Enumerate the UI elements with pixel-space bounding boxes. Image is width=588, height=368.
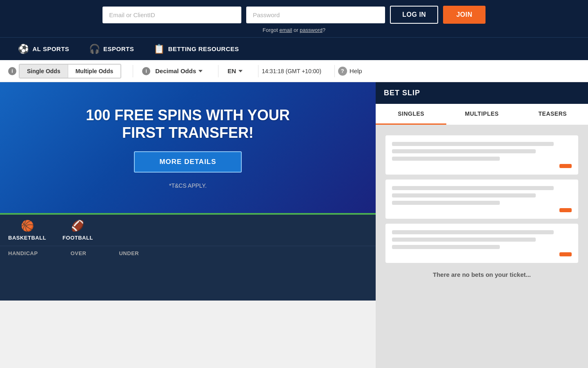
promo-banner: 100 FREE SPINS WITH YOUR FIRST TRANSFER!… [0, 82, 376, 213]
toolbar-time: 14:31:18 (GMT +10:00) [262, 68, 321, 74]
header-top: LOG IN JOIN [8, 6, 580, 24]
nav-bar: ⚽ AL SPORTS 🎧 ESPORTS 📋 BETTING RESOURCE… [0, 37, 588, 60]
placeholder-orange-accent [559, 164, 572, 168]
placeholder-orange-accent [559, 252, 572, 256]
placeholder-line [392, 201, 500, 205]
promo-title: 100 FREE SPINS WITH YOUR FIRST TRANSFER! [86, 106, 290, 141]
nav-label-al-sports: AL SPORTS [33, 45, 69, 52]
toolbar-separator-2 [218, 65, 218, 77]
login-button[interactable]: LOG IN [390, 6, 438, 24]
main-area: 100 FREE SPINS WITH YOUR FIRST TRANSFER!… [0, 82, 588, 368]
sport-item-basketball[interactable]: 🏀 BASKETBALL [8, 220, 46, 241]
nav-item-al-sports[interactable]: ⚽ AL SPORTS [8, 38, 79, 60]
decimal-info-icon: i [142, 67, 150, 75]
help-button[interactable]: ? Help [338, 67, 362, 76]
placeholder-line [392, 157, 500, 161]
over-label: OVER [71, 250, 87, 256]
decimal-odds-label: Decimal Odds [155, 67, 196, 74]
toolbar-separator-1 [133, 65, 133, 77]
under-label: UNDER [119, 250, 139, 256]
forgot-or: or [294, 27, 298, 33]
placeholder-line [392, 193, 536, 197]
decimal-odds-button[interactable]: i Decimal Odds [136, 64, 208, 79]
basketball-label: BASKETBALL [8, 235, 46, 241]
forgot-password-link[interactable]: password [300, 27, 323, 33]
odds-info-icon[interactable]: i [8, 67, 16, 75]
promo-tcs: *T&CS APPLY. [169, 182, 207, 189]
chevron-down-icon [198, 70, 203, 72]
basketball-icon: 🏀 [21, 220, 34, 232]
placeholder-line [392, 238, 536, 242]
tab-singles[interactable]: SINGLES [376, 104, 446, 125]
sport-item-football[interactable]: 🏈 FOOTBALL [62, 220, 93, 241]
tab-teasers[interactable]: TEASERS [517, 104, 588, 125]
placeholder-line [392, 245, 500, 249]
lang-chevron-icon [238, 70, 243, 72]
single-odds-button[interactable]: Single Odds [20, 65, 68, 78]
placeholder-line [392, 230, 554, 234]
promo-title-line1: 100 FREE SPINS WITH YOUR [86, 106, 290, 124]
email-input[interactable] [102, 7, 241, 23]
forgot-email-link[interactable]: email [279, 27, 292, 33]
football-icon: 🏈 [71, 220, 84, 232]
esports-icon: 🎧 [89, 44, 100, 54]
bet-slip-title: BET SLIP [384, 89, 420, 97]
language-label: EN [227, 67, 236, 74]
nav-label-esports: ESPORTS [103, 45, 134, 52]
multiple-odds-button[interactable]: Multiple Odds [68, 65, 121, 78]
football-label: FOOTBALL [62, 235, 93, 241]
left-panel: 100 FREE SPINS WITH YOUR FIRST TRANSFER!… [0, 82, 376, 368]
toolbar-separator-4 [334, 65, 335, 77]
nav-label-betting-resources: BETTING RESOURCES [168, 45, 239, 52]
placeholder-line [392, 149, 536, 153]
toolbar-separator-3 [258, 65, 258, 77]
handicap-label: HANDICAP [8, 250, 38, 256]
tab-multiples[interactable]: MULTIPLES [446, 104, 517, 125]
right-panel: BET SLIP SINGLES MULTIPLES TEASERS [376, 82, 588, 368]
toolbar: i Single Odds Multiple Odds i Decimal Od… [0, 60, 588, 82]
sports-tabs-area: 🏀 BASKETBALL 🏈 FOOTBALL HANDICAP OVER UN… [0, 213, 376, 301]
promo-more-details-button[interactable]: MORE DETAILS [134, 151, 241, 173]
language-button[interactable]: EN [222, 64, 248, 78]
odds-toggle: Single Odds Multiple Odds [19, 64, 121, 79]
placeholder-line [392, 142, 554, 146]
forgot-question: ? [323, 27, 325, 33]
help-label: Help [350, 67, 362, 74]
bet-card-placeholder-3 [385, 224, 578, 263]
bet-slip-empty-text: There are no bets on your ticket... [433, 268, 531, 278]
promo-title-line2: FIRST TRANSFER! [86, 124, 290, 141]
placeholder-line [392, 186, 554, 190]
bet-slip-content: There are no bets on your ticket... [376, 126, 588, 368]
join-button[interactable]: JOIN [443, 6, 485, 24]
forgot-row: Forgot email or password? [8, 27, 580, 33]
placeholder-orange-accent [559, 208, 572, 212]
bet-slip-header: BET SLIP [376, 82, 588, 104]
password-input[interactable] [246, 7, 385, 23]
bet-slip-tabs: SINGLES MULTIPLES TEASERS [376, 104, 588, 126]
header: LOG IN JOIN Forgot email or password? [0, 0, 588, 37]
al-sports-icon: ⚽ [18, 44, 29, 54]
nav-item-esports[interactable]: 🎧 ESPORTS [79, 38, 144, 60]
forgot-text: Forgot [263, 27, 278, 33]
help-icon: ? [338, 67, 347, 76]
sports-icons-row: 🏀 BASKETBALL 🏈 FOOTBALL [0, 215, 376, 246]
betting-resources-icon: 📋 [154, 44, 165, 54]
nav-item-betting-resources[interactable]: 📋 BETTING RESOURCES [144, 38, 249, 60]
bet-card-placeholder-2 [385, 180, 578, 219]
bets-row: HANDICAP OVER UNDER [0, 246, 376, 260]
bet-card-placeholder-1 [385, 135, 578, 175]
